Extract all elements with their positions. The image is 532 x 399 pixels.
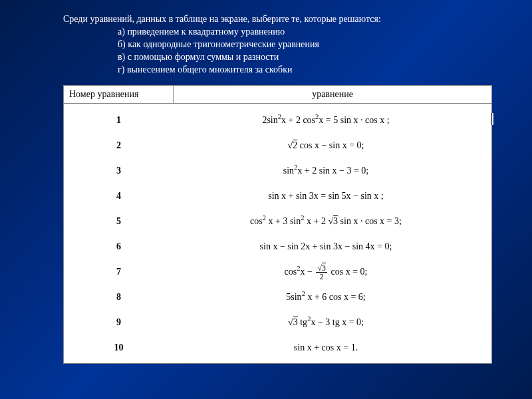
- row-equation: sin x + sin 3x = sin 5x − sin x ;: [174, 191, 491, 201]
- row-number: 9: [64, 317, 174, 328]
- table-row: 3 sin2x + 2 sin x − 3 = 0;: [64, 158, 491, 184]
- row-equation: √3 tg2x − 3 tg x = 0;: [174, 317, 491, 328]
- table-row: 9 √3 tg2x − 3 tg x = 0;: [64, 310, 491, 335]
- instruction-intro: Среди уравнений, данных в таблице на экр…: [63, 13, 492, 26]
- row-equation: 2sin2x + 2 cos2x = 5 sin x · cos x ;: [174, 115, 491, 126]
- row-number: 6: [64, 241, 174, 252]
- instruction-option-d: г) вынесением общего множителя за скобки: [63, 64, 492, 76]
- row-number: 8: [64, 292, 174, 303]
- table-row: 8 5sin2 x + 6 cos x = 6;: [64, 285, 491, 310]
- text-cursor: [491, 113, 493, 125]
- table-row: 2 √2 cos x − sin x = 0;: [64, 133, 491, 158]
- row-number: 4: [64, 191, 174, 201]
- table-row: 6 sin x − sin 2x + sin 3x − sin 4x = 0;: [64, 234, 491, 259]
- row-number: 3: [64, 166, 174, 176]
- row-number: 7: [64, 267, 174, 277]
- table-row: 4 sin x + sin 3x = sin 5x − sin x ;: [64, 184, 491, 209]
- row-equation: sin2x + 2 sin x − 3 = 0;: [174, 166, 491, 176]
- row-equation: sin x − sin 2x + sin 3x − sin 4x = 0;: [174, 241, 491, 252]
- row-number: 1: [64, 115, 174, 126]
- row-equation: 5sin2 x + 6 cos x = 6;: [174, 292, 491, 303]
- table-header-row: Номер уравнения уравнение: [64, 86, 491, 104]
- table-row: 10 sin x + cos x = 1.: [64, 335, 491, 360]
- row-equation: √2 cos x − sin x = 0;: [174, 140, 491, 151]
- table-row: 7 cos2x − √32 cos x = 0;: [64, 259, 491, 285]
- instruction-option-b: б) как однородные тригонометрические ура…: [63, 39, 492, 51]
- row-equation: sin x + cos x = 1.: [174, 342, 491, 353]
- instruction-option-c: в) с помощью формул суммы и разности: [63, 51, 492, 64]
- equations-table: Номер уравнения уравнение 1 2sin2x + 2 c…: [63, 85, 492, 364]
- row-number: 2: [64, 140, 174, 151]
- row-equation: cos2x − √32 cos x = 0;: [174, 264, 491, 281]
- instructions-block: Среди уравнений, данных в таблице на экр…: [63, 13, 492, 76]
- table-row: 5 cos2 x + 3 sin2 x + 2 √3 sin x · cos x…: [64, 209, 491, 234]
- row-number: 10: [64, 342, 174, 353]
- row-equation: cos2 x + 3 sin2 x + 2 √3 sin x · cos x =…: [174, 216, 491, 227]
- row-number: 5: [64, 216, 174, 227]
- slide-content: Среди уравнений, данных в таблице на экр…: [0, 0, 532, 364]
- table-row: 1 2sin2x + 2 cos2x = 5 sin x · cos x ;: [64, 108, 491, 133]
- table-body: 1 2sin2x + 2 cos2x = 5 sin x · cos x ; 2…: [64, 104, 491, 363]
- header-equation: уравнение: [174, 86, 491, 103]
- header-number: Номер уравнения: [64, 86, 174, 103]
- instruction-option-a: а) приведением к квадратному уравнению: [63, 26, 492, 39]
